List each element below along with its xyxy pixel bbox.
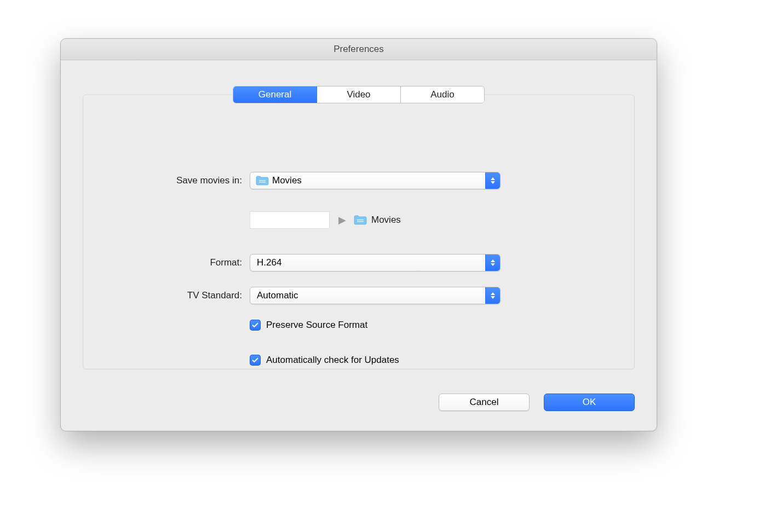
folder-icon: [354, 215, 367, 225]
svg-rect-3: [357, 221, 364, 222]
tab-bar: General Video Audio: [61, 86, 657, 103]
window-title: Preferences: [61, 39, 657, 60]
cancel-button[interactable]: Cancel: [439, 394, 530, 411]
format-value: H.264: [250, 257, 485, 268]
chevron-up-down-icon: [485, 287, 500, 304]
preserve-source-checkbox[interactable]: [250, 320, 261, 331]
folder-icon: [256, 175, 269, 186]
tv-standard-popup[interactable]: Automatic: [250, 287, 501, 304]
save-folder-popup[interactable]: Movies: [250, 172, 501, 189]
format-popup[interactable]: H.264: [250, 254, 501, 271]
save-folder-path: ▶ Movies: [250, 211, 401, 229]
auto-update-checkbox[interactable]: [250, 355, 261, 366]
tab-audio[interactable]: Audio: [401, 86, 484, 103]
svg-rect-0: [259, 180, 266, 181]
preferences-dialog: Preferences General Video Audio Save mov…: [60, 38, 657, 431]
svg-rect-1: [259, 182, 266, 182]
format-label: Format:: [83, 257, 250, 268]
dialog-footer: Cancel OK: [439, 394, 635, 411]
breadcrumb-folder-name[interactable]: Movies: [371, 215, 401, 225]
tv-standard-value: Automatic: [250, 290, 485, 301]
tab-general[interactable]: General: [233, 86, 317, 103]
auto-update-label: Automatically check for Updates: [266, 355, 399, 366]
breadcrumb-root[interactable]: [250, 211, 330, 229]
save-folder-label: Save movies in:: [83, 175, 250, 186]
chevron-right-icon: ▶: [338, 214, 346, 226]
save-folder-value: Movies: [269, 175, 485, 186]
svg-rect-2: [357, 219, 364, 220]
preserve-source-label: Preserve Source Format: [266, 320, 367, 331]
ok-button[interactable]: OK: [544, 394, 635, 411]
chevron-up-down-icon: [485, 255, 500, 271]
tab-video[interactable]: Video: [317, 86, 401, 103]
settings-panel: Save movies in: Movies: [83, 95, 635, 369]
chevron-up-down-icon: [485, 172, 500, 189]
tv-standard-label: TV Standard:: [83, 290, 250, 301]
